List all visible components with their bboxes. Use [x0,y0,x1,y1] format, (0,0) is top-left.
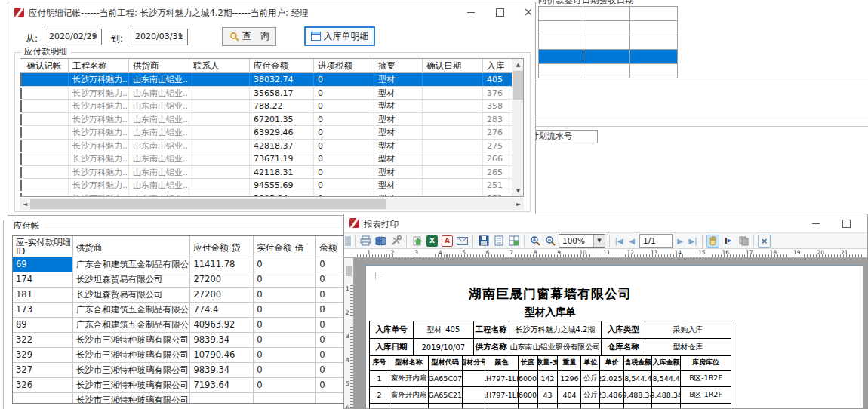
confirm-date-cell[interactable] [423,126,483,139]
col-header[interactable]: 应付金额-贷 [190,236,254,257]
amount-cell[interactable]: 35658.17 [250,87,314,100]
summary-cell[interactable]: 型材 [374,140,423,152]
amount-cell[interactable]: 94555.69 [250,179,314,192]
table-row[interactable]: 326 长沙市三湘特种玻璃有限公司 7193.64 0 0 [13,378,349,393]
debit-cell[interactable]: 0 [254,378,316,392]
checkbox[interactable] [20,114,22,125]
table-row[interactable]: 长沙万科魅力... 山东南山铝业... 38032.74 0 型材 405 [20,73,523,87]
confirm-date-cell[interactable] [423,192,483,198]
debit-cell[interactable]: 0 [254,303,316,317]
amount-cell[interactable]: 63929.46 [250,126,314,139]
supplier-cell[interactable]: 山东南山铝业... [129,73,189,86]
title-bar[interactable]: 报表打印 [344,214,867,232]
supplier-cell[interactable]: 广东合和建筑五金制品有限公司 [73,303,191,317]
confirm-date-cell[interactable] [423,140,483,152]
first-page-button[interactable]: |◀ [614,237,624,245]
col-header[interactable]: 摘要 [374,59,423,72]
confirm-cell[interactable] [20,113,69,126]
inbound-no-cell[interactable]: 266 [483,152,513,165]
tax-cell[interactable]: 0 [314,113,374,126]
supplier-cell[interactable]: 山东南山铝业... [129,179,189,192]
credit-cell[interactable]: 7193.64 [190,378,254,392]
confirm-date-cell[interactable] [423,113,483,126]
table-row[interactable]: 长沙万科魅力... 山东南山铝业... 94555.69 0 型材 251 [20,179,523,192]
confirm-cell[interactable] [20,87,69,100]
credit-cell[interactable]: 9839.34 [190,363,254,377]
confirm-cell[interactable] [20,126,69,139]
zoom-level-select[interactable]: 100% ▼ [559,234,605,248]
export-icon[interactable] [411,235,423,248]
debit-cell[interactable]: 0 [254,318,316,332]
checkbox[interactable] [20,74,22,85]
debit-cell[interactable]: 0 [254,288,316,302]
inbound-no-cell[interactable]: 276 [483,126,513,139]
print-preview-area[interactable]: 湖南巨晟门窗幕墙有限公司 型材入库单 入库单号 型材_405 工程名称 长沙万科… [344,258,868,409]
supplier-cell[interactable]: 长沙市三湘特种玻璃有限公司 [73,378,191,392]
summary-cell[interactable]: 型材 [374,73,423,86]
supplier-cell[interactable]: 广东合和建筑五金制品有限公司 [73,318,191,332]
supplier-cell[interactable]: 山东南山铝业... [129,152,189,165]
supplier-cell[interactable]: 长沙市三湘特种玻璃有限公司 [73,333,191,347]
table-row[interactable] [539,64,678,78]
supplier-cell[interactable]: 长沙坦森贸易有限公司 [73,272,191,287]
table-row[interactable]: 长沙万科魅力... 山东南山铝业... 788.22 0 型材 358 [20,100,523,113]
confirm-cell[interactable] [20,73,69,86]
col-header[interactable]: 应-实付款明细ID [13,236,73,257]
report-grid-icon[interactable] [507,235,520,248]
supplier-cell[interactable]: 山东南山铝业... [129,126,189,139]
confirm-cell[interactable] [20,192,69,198]
col-header[interactable]: 供货商 [73,236,191,257]
supplier-cell[interactable]: 长沙市三湘特种玻璃有限公司 [73,348,191,362]
project-cell[interactable]: 长沙万科魅力... [69,140,129,152]
confirm-cell[interactable] [20,140,69,152]
table-row[interactable]: 长沙万科魅力... 山东南山铝业... 42818.37 0 型材 275 [20,140,523,153]
debit-cell[interactable]: 0 [254,333,316,347]
mail-icon[interactable] [456,235,469,248]
table-row[interactable]: 长沙万科魅力... 山东南山铝业... 35658.17 0 型材 376 [20,87,523,100]
query-button[interactable]: 查 询 [222,27,276,46]
credit-cell[interactable]: 27200 [190,272,254,287]
amount-cell[interactable]: 38032.74 [250,73,314,86]
debit-cell[interactable]: 0 [254,272,316,287]
pdf-export-icon[interactable]: A [441,235,454,248]
tax-cell[interactable]: 0 [314,100,374,112]
table-row[interactable]: 长沙万科魅力... 山东南山铝业... 67201.35 0 型材 283 [20,113,523,127]
summary-cell[interactable]: 型材 [374,192,423,198]
confirm-date-cell[interactable] [423,100,483,112]
contact-cell[interactable] [189,113,250,126]
document-icon[interactable] [492,235,505,248]
contact-cell[interactable] [189,152,250,165]
summary-cell[interactable]: 型材 [374,126,423,139]
project-cell[interactable]: 长沙万科魅力... [69,179,129,192]
title-bar[interactable]: 应付明细记帐------当前工程: 长沙万科魅力之城4.2期------当前用户… [8,2,535,22]
table-row[interactable]: 329 长沙市三湘特种玻璃有限公司 10790.46 0 0 [13,348,349,363]
contact-cell[interactable] [189,179,250,192]
contact-cell[interactable] [189,126,250,139]
project-cell[interactable]: 长沙万科魅力... [69,73,129,86]
inbound-no-cell[interactable]: 376 [483,87,513,100]
page-setup-icon[interactable] [374,235,387,248]
credit-cell[interactable]: 10790.46 [190,348,254,362]
table-row[interactable]: 长沙万科魅力... 山东南山铝业... 3805.84 0 型材 252 [20,192,523,198]
inbound-detail-button[interactable]: 入库单明细 [304,26,375,46]
checkbox[interactable] [20,193,22,198]
credit-cell[interactable]: 11411.78 [190,257,254,272]
col-header[interactable]: 进项税额 [314,59,374,72]
supplier-cell[interactable]: 长沙坦森贸易有限公司 [73,288,191,302]
project-cell[interactable]: 长沙万科魅力... [69,166,129,179]
id-cell[interactable]: 89 [13,318,73,332]
project-cell[interactable]: 长沙万科魅力... [69,100,129,112]
checkbox[interactable] [20,153,22,165]
minimize-button[interactable] [460,5,482,20]
chevron-down-icon[interactable]: ▼ [174,30,186,44]
summary-cell[interactable]: 型材 [374,179,423,192]
tax-cell[interactable]: 0 [314,140,374,152]
table-row[interactable]: 长沙万科魅力... 山东南山铝业... 63929.46 0 型材 276 [20,126,523,140]
close-preview-icon[interactable]: × [758,235,771,248]
print-icon[interactable] [359,235,372,248]
amount-cell[interactable]: 73671.19 [250,152,314,165]
tax-cell[interactable]: 0 [314,192,374,198]
table-row[interactable]: 长沙市三湘特种玻璃有限公司 [13,393,349,403]
scroll-left-icon[interactable]: ◄ [20,198,30,210]
debit-cell[interactable]: 0 [254,363,316,377]
